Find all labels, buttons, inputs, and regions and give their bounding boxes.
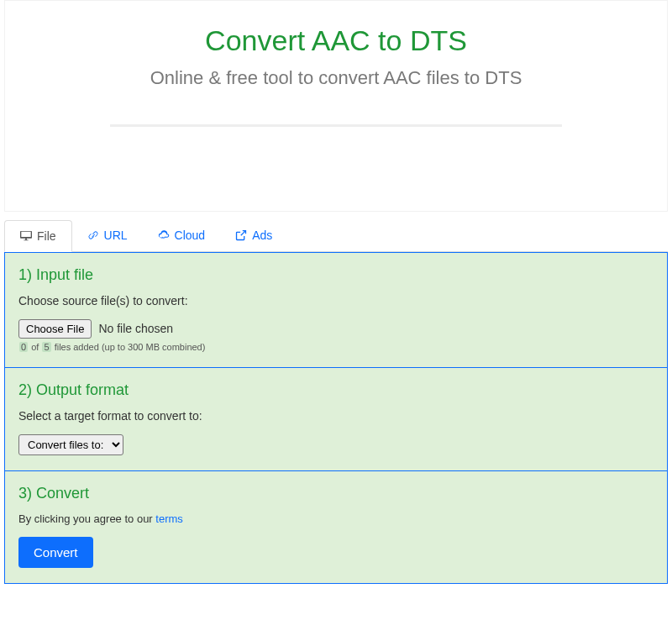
tab-file-label: File [37,229,56,243]
tab-ads[interactable]: Ads [220,220,287,250]
files-max-count: 5 [42,342,50,352]
tab-url[interactable]: URL [72,220,143,250]
step-output-format: 2) Output format Select a target format … [5,367,667,470]
file-chosen-status: No file chosen [98,322,173,335]
step3-heading: 3) Convert [18,485,654,502]
terms-line: By clicking you agree to our terms [18,512,654,525]
tab-ads-label: Ads [252,229,272,242]
tab-file[interactable]: File [4,220,72,252]
hero-divider [110,124,563,127]
choose-file-button[interactable]: Choose File [18,319,92,339]
main-panel: 1) Input file Choose source file(s) to c… [4,252,668,584]
files-added-tail: files added (up to 300 MB combined) [55,342,206,352]
hero: Convert AAC to DTS Online & free tool to… [4,0,668,212]
step1-heading: 1) Input file [18,266,654,284]
external-link-icon [235,229,247,241]
page-subtitle: Online & free tool to convert AAC files … [134,66,538,91]
of-label: of [31,342,39,352]
step2-heading: 2) Output format [18,381,654,399]
files-added-count: 0 [19,342,28,352]
convert-button[interactable]: Convert [18,537,93,568]
tabs: File URL Cloud Ads [4,220,668,252]
terms-prefix: By clicking you agree to our [18,512,155,525]
step-convert: 3) Convert By clicking you agree to our … [5,470,667,583]
link-icon [87,229,99,241]
tab-cloud[interactable]: Cloud [143,220,221,250]
cloud-download-icon [158,229,170,241]
monitor-icon [20,230,32,242]
step1-lead: Choose source file(s) to convert: [18,294,654,307]
tab-cloud-label: Cloud [175,229,206,242]
file-count-note: 0 of 5 files added (up to 300 MB combine… [18,342,654,352]
tab-url-label: URL [104,229,128,242]
output-format-select[interactable]: Convert files to: [18,434,123,455]
page-title: Convert AAC to DTS [22,24,650,57]
step2-lead: Select a target format to convert to: [18,409,654,423]
step-input-file: 1) Input file Choose source file(s) to c… [5,253,667,367]
terms-link[interactable]: terms [155,512,183,525]
